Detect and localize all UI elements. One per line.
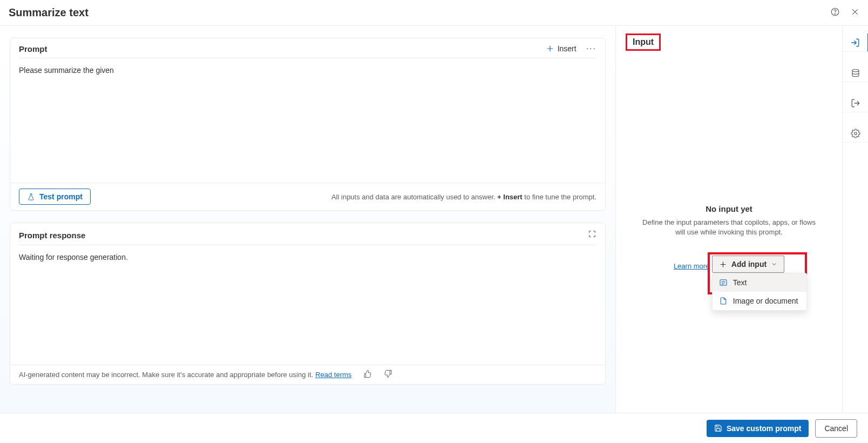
add-input-button[interactable]: Add input [712,256,784,273]
read-terms-link[interactable]: Read terms [315,371,351,379]
insert-button[interactable]: Insert [546,44,577,53]
cancel-button[interactable]: Cancel [815,419,857,438]
save-button-label: Save custom prompt [727,424,801,433]
insert-button-label: Insert [558,44,577,53]
dropdown-item-image[interactable]: Image or document [713,292,806,310]
right-rail [842,26,868,413]
add-input-dropdown: Text Image or document [712,273,807,311]
thumbs-down-icon[interactable] [384,370,392,380]
expand-icon[interactable] [588,230,596,240]
prompt-section-title: Prompt [19,44,546,53]
header-bar: Summarize text [0,0,868,26]
dropdown-item-text[interactable]: Text [713,273,806,292]
svg-point-1 [835,14,835,14]
rail-output-icon[interactable] [843,94,869,112]
help-icon[interactable] [830,7,840,19]
save-button[interactable]: Save custom prompt [707,420,809,437]
close-icon[interactable] [851,8,859,18]
input-tab[interactable]: Input [627,35,659,49]
prompt-card: Prompt Insert ··· Please summarize the g… [10,38,606,211]
prompt-textarea[interactable]: Please summarize the given [10,58,605,183]
thumbs-up-icon[interactable] [363,370,372,380]
response-section-title: Prompt response [19,231,588,240]
add-input-label: Add input [731,260,767,269]
no-input-desc: Define the input parameters that copilot… [638,218,820,237]
svg-point-4 [854,132,857,135]
prompt-hint: All inputs and data are automatically us… [91,193,596,201]
page-title: Summarize text [9,6,830,19]
rail-input-icon[interactable] [843,33,869,52]
rail-settings-icon[interactable] [843,124,869,143]
text-icon [719,278,728,287]
input-panel: Input No input yet Define the input para… [615,26,842,413]
more-icon[interactable]: ··· [586,44,596,53]
highlight-annotation: Input [626,33,661,51]
response-card: Prompt response Waiting for response gen… [10,223,606,385]
response-body: Waiting for response generation. [10,245,605,365]
svg-point-3 [852,69,859,72]
document-icon [719,297,728,305]
response-disclaimer: AI-generated content may be incorrect. M… [19,371,313,379]
save-icon [714,424,722,432]
learn-more-link[interactable]: Learn more [674,262,709,270]
test-prompt-label: Test prompt [39,192,83,201]
rail-data-icon[interactable] [843,64,869,82]
chevron-down-icon [771,261,777,267]
footer-bar: Save custom prompt Cancel [0,413,868,443]
test-prompt-button[interactable]: Test prompt [19,189,91,205]
no-input-title: No input yet [638,204,820,213]
